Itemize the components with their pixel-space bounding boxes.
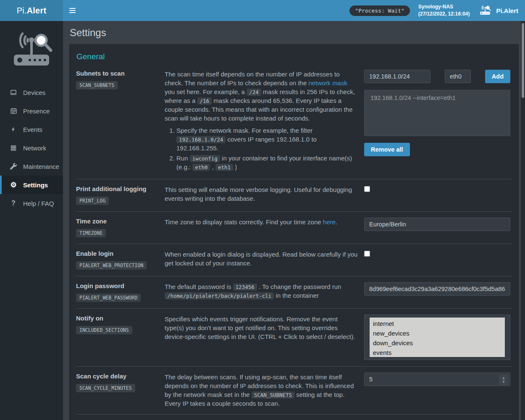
- code-mask-16: /16: [197, 97, 212, 105]
- sidebar-item-events[interactable]: Events: [0, 120, 63, 139]
- code-scan-subnets-ref: SCAN_SUBNETS: [252, 391, 294, 399]
- page-title: Settings: [69, 21, 519, 44]
- print-log-checkbox[interactable]: [364, 186, 370, 192]
- general-panel: General Subnets to scan SCAN_SUBNETS The…: [69, 44, 519, 420]
- setting-key-badge: INCLUDED_SECTIONS: [76, 326, 132, 334]
- app-logo[interactable]: Pi.Alert: [0, 0, 63, 21]
- setting-label: Enable login: [76, 250, 158, 257]
- code-subnet-filter: 192.168.1.0/24: [176, 136, 226, 143]
- timezone-input[interactable]: [364, 218, 510, 231]
- code-pialert-cli-path: /home/pi/pialert/back/pialert-cli: [165, 292, 274, 299]
- code-eth1: eth1: [215, 164, 233, 171]
- sidebar-item-help[interactable]: ? Help / FAQ: [0, 194, 63, 213]
- setting-description: The default password is 123456 . To chan…: [165, 282, 358, 302]
- enable-login-checkbox[interactable]: [364, 251, 370, 257]
- number-spinner[interactable]: ∧∨: [499, 375, 508, 385]
- main-content: Settings General Subnets to scan SCAN_SU…: [63, 0, 525, 420]
- setting-label: Login password: [76, 282, 158, 289]
- setting-description: Specifies which events trigger notificat…: [165, 315, 358, 360]
- setting-description: When enabled a login dialog is displayed…: [165, 250, 358, 270]
- sidebar-item-label: Settings: [23, 181, 48, 189]
- page-scrollbar-thumb[interactable]: [522, 23, 524, 98]
- setting-row-subnets: Subnets to scan SCAN_SUBNETS The scan ti…: [76, 64, 512, 179]
- sidebar-item-label: Presence: [23, 108, 50, 115]
- top-navbar: "Process: Wait" Synology-NAS (27/12/2022…: [63, 0, 525, 21]
- setting-description: Time zone to display stats correctly. Fi…: [165, 218, 358, 237]
- setting-row-enable-login: Enable login PIALERT_WEB_PROTECTION When…: [76, 244, 512, 276]
- notify-multiselect[interactable]: internet new_devices down_devices events: [364, 315, 510, 360]
- setting-description: The delay between scans. If using arp-sc…: [165, 373, 358, 408]
- device-name: Synology-NAS: [418, 3, 470, 10]
- setting-row-notify: Notify on INCLUDED_SECTIONS Specifies wh…: [76, 308, 512, 366]
- topbar-right-cluster: "Process: Wait" Synology-NAS (27/12/2022…: [349, 3, 525, 18]
- router-scan-logo-icon: [8, 29, 55, 71]
- setting-key-badge: PIALERT_WEB_PROTECTION: [76, 261, 147, 270]
- brand-text: Pi.Alert: [496, 7, 518, 14]
- question-icon: ?: [10, 200, 17, 207]
- setting-label: Time zone: [76, 218, 158, 225]
- sidebar-logo: [0, 21, 63, 80]
- setting-label: Print additional logging: [76, 185, 158, 192]
- setting-row-keep-events: Delete events older than DAYS_TO_KEEP_EV…: [76, 414, 512, 420]
- general-section-title: General: [76, 52, 512, 61]
- device-info: Synology-NAS (27/12/2022, 12:16:04): [418, 3, 470, 18]
- process-status-badge: "Process: Wait": [349, 5, 410, 16]
- code-iwconfig: iwconfig: [190, 155, 220, 162]
- page-scrollbar-track[interactable]: [521, 21, 525, 420]
- scan-cycle-input[interactable]: [364, 373, 510, 386]
- setting-key-badge: SCAN_CYCLE_MINUTES: [76, 384, 135, 392]
- router-scan-icon: [478, 5, 492, 16]
- network-list-icon: [10, 144, 17, 152]
- sidebar-item-label: Network: [23, 144, 46, 152]
- sidebar-item-network[interactable]: Network: [0, 139, 63, 157]
- top-bar: Pi.Alert "Process: Wait" Synology-NAS (2…: [0, 0, 525, 21]
- password-hash-input[interactable]: [364, 282, 510, 296]
- bolt-icon: [10, 126, 17, 133]
- setting-label: Subnets to scan: [76, 70, 158, 77]
- setting-row-password: Login password PIALERT_WEB_PASSWORD The …: [76, 276, 512, 308]
- sidebar-item-label: Devices: [23, 89, 45, 96]
- setting-label: Notify on: [76, 315, 158, 322]
- wrench-icon: [10, 163, 17, 170]
- device-timestamp: (27/12/2022, 12:16:04): [418, 10, 470, 18]
- select-option-events[interactable]: events: [370, 348, 505, 357]
- sidebar: Devices Presence Events Network Maintena…: [0, 21, 63, 420]
- interface-input[interactable]: [445, 70, 471, 83]
- setting-label: Scan cycle delay: [76, 373, 158, 380]
- setting-row-print-log: Print additional logging PRINT_LOG This …: [76, 179, 512, 211]
- gear-icon: ⚙: [10, 181, 17, 189]
- sidebar-item-label: Events: [23, 126, 42, 133]
- remove-all-subnets-button[interactable]: Remove all: [364, 143, 410, 156]
- setting-description: The scan time itself depends on the numb…: [165, 70, 358, 173]
- code-default-password: 123456: [233, 284, 257, 291]
- select-option-new-devices[interactable]: new_devices: [370, 328, 505, 338]
- app-logo-text-bold: Alert: [27, 6, 47, 15]
- select-option-internet[interactable]: internet: [370, 319, 505, 328]
- subnet-input[interactable]: [364, 70, 430, 83]
- setting-description: This setting will enable more verbose lo…: [165, 185, 358, 205]
- sidebar-item-devices[interactable]: Devices: [0, 83, 63, 102]
- code-mask-24: /24: [247, 89, 261, 96]
- network-mask-link[interactable]: network mask: [308, 79, 347, 87]
- sidebar-item-maintenance[interactable]: Maintenance: [0, 157, 63, 176]
- subnets-instruction-list: Specify the network mask. For example, t…: [165, 126, 358, 171]
- sidebar-item-settings[interactable]: ⚙ Settings: [0, 176, 63, 194]
- sidebar-item-label: Help / FAQ: [23, 200, 54, 207]
- code-eth0: eth0: [192, 164, 210, 171]
- setting-row-timezone: Time zone TIMEZONE Time zone to display …: [76, 211, 512, 244]
- setting-key-badge: PIALERT_WEB_PASSWORD: [76, 294, 141, 302]
- sidebar-item-presence[interactable]: Presence: [0, 102, 63, 120]
- hamburger-icon: [69, 8, 76, 9]
- setting-key-badge: PRINT_LOG: [76, 197, 109, 205]
- select-option-down-devices[interactable]: down_devices: [370, 338, 505, 348]
- laptop-icon: [10, 89, 17, 97]
- timezone-here-link[interactable]: here: [323, 218, 336, 226]
- brand-link[interactable]: Pi.Alert: [478, 5, 518, 16]
- setting-key-badge: SCAN_SUBNETS: [76, 81, 118, 89]
- add-subnet-button[interactable]: Add: [485, 70, 510, 83]
- sidebar-toggle-button[interactable]: [63, 0, 82, 21]
- sidebar-menu: Devices Presence Events Network Maintena…: [0, 83, 63, 213]
- setting-key-badge: TIMEZONE: [76, 229, 106, 237]
- subnet-list-textarea[interactable]: 192.168.1.0/24 --interface=eth1: [364, 90, 510, 136]
- calendar-icon: [10, 107, 17, 115]
